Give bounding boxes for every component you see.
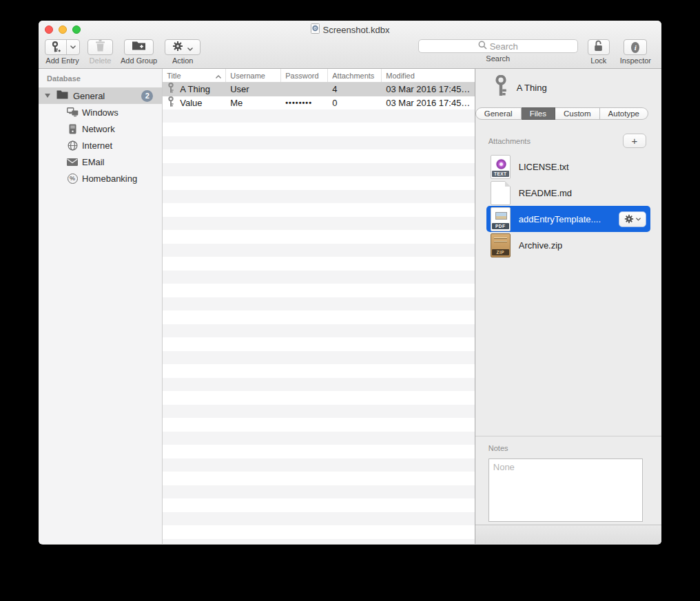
add-attachment-button[interactable]: + xyxy=(623,134,646,148)
cell-attachments: 4 xyxy=(328,84,382,94)
cell-modified: 03 Mar 2016 17:45… xyxy=(382,84,475,94)
toolbar: Add Entry Delete Add Group Action xyxy=(39,38,661,69)
document-proxy-icon[interactable] xyxy=(311,23,320,36)
sidebar-item-label: Network xyxy=(82,124,115,134)
folder-icon xyxy=(56,90,68,101)
add-group-label: Add Group xyxy=(121,56,157,65)
attachment-name: addEntryTemplate.... xyxy=(519,214,601,224)
table-header: Title Username Password Attachments Modi… xyxy=(163,69,475,83)
macpass-window: Screenshot.kdbx Add Entry Delete xyxy=(39,21,661,545)
entry-table: Title Username Password Attachments Modi… xyxy=(163,69,475,544)
search-placeholder: Search xyxy=(490,41,518,52)
cell-modified: 03 Mar 2016 17:45… xyxy=(382,98,475,108)
attachment-action-button[interactable] xyxy=(619,211,646,227)
cell-username: User xyxy=(226,84,281,94)
tab-general[interactable]: General xyxy=(475,107,522,120)
cell-username: Me xyxy=(226,98,281,108)
add-entry-toolbar-item: Add Entry xyxy=(45,39,80,65)
attachments-list: TEXT LICENSE.txt README.md PDF addEntryT… xyxy=(486,154,650,258)
action-button[interactable] xyxy=(165,39,200,55)
sidebar-item-label: EMail xyxy=(82,157,105,167)
cell-password: •••••••• xyxy=(281,98,328,107)
table-row[interactable]: Value Me •••••••• 0 03 Mar 2016 17:45… xyxy=(163,96,475,110)
attachment-name: LICENSE.txt xyxy=(519,162,569,172)
search-label: Search xyxy=(486,54,510,63)
attachment-row[interactable]: ZIP Archive.zip xyxy=(486,232,650,258)
inspector-panel: A Thing General Files Custom Autotype At… xyxy=(475,69,661,544)
folder-plus-icon xyxy=(132,41,146,54)
window-title: Screenshot.kdbx xyxy=(323,25,390,35)
add-entry-label: Add Entry xyxy=(45,56,79,65)
column-header-attachments[interactable]: Attachments xyxy=(328,69,382,82)
network-icon xyxy=(66,124,79,134)
pdf-file-icon: PDF xyxy=(491,207,511,231)
column-header-title[interactable]: Title xyxy=(163,69,226,82)
gear-icon xyxy=(172,41,183,54)
search-input[interactable]: Search xyxy=(418,39,578,53)
entry-title: A Thing xyxy=(517,83,547,93)
window-chrome: Screenshot.kdbx Add Entry Delete xyxy=(39,21,661,69)
attachment-row[interactable]: README.md xyxy=(486,180,650,206)
info-icon: i xyxy=(631,42,639,53)
sidebar: Database General 2 Windows Network Inter… xyxy=(39,69,163,544)
sidebar-item-homebanking[interactable]: % Homebanking xyxy=(39,170,162,187)
column-header-password[interactable]: Password xyxy=(281,69,328,82)
key-icon xyxy=(493,75,508,100)
sidebar-item-email[interactable]: EMail xyxy=(39,154,162,170)
disclosure-triangle-icon[interactable] xyxy=(45,94,50,98)
notes-section: Notes xyxy=(475,436,661,525)
sidebar-item-label: Homebanking xyxy=(82,173,137,184)
internet-icon xyxy=(66,140,79,151)
sidebar-item-label: Internet xyxy=(82,140,112,151)
inspector-footer xyxy=(475,525,661,544)
sort-ascending-icon xyxy=(216,72,221,80)
unlocked-padlock-icon xyxy=(594,40,603,54)
inspector-tabs: General Files Custom Autotype xyxy=(475,107,648,120)
attachments-label: Attachments xyxy=(488,137,531,145)
attachment-name: Archive.zip xyxy=(519,240,563,251)
cell-attachments: 0 xyxy=(328,98,382,108)
tab-files[interactable]: Files xyxy=(522,107,555,120)
sidebar-group-general[interactable]: General 2 xyxy=(39,87,162,104)
add-group-toolbar-item: Add Group xyxy=(121,39,157,65)
sidebar-item-network[interactable]: Network xyxy=(39,120,162,137)
column-header-username[interactable]: Username xyxy=(226,69,281,82)
attachment-row-selected[interactable]: PDF addEntryTemplate.... xyxy=(486,206,650,232)
lock-button[interactable] xyxy=(588,39,610,55)
sidebar-section-header: Database xyxy=(39,74,162,87)
inspector-label: Inspector xyxy=(620,56,651,65)
attachment-row[interactable]: TEXT LICENSE.txt xyxy=(486,154,650,180)
action-label: Action xyxy=(172,56,194,65)
md-file-icon xyxy=(491,181,511,205)
search-toolbar-item: Search Search xyxy=(418,39,578,63)
column-header-modified[interactable]: Modified xyxy=(382,69,475,82)
cell-title: Value xyxy=(180,98,202,108)
chevron-down-icon xyxy=(187,41,193,54)
action-toolbar-item: Action xyxy=(165,39,200,65)
sidebar-item-windows[interactable]: Windows xyxy=(39,104,162,120)
add-entry-dropdown-arrow[interactable] xyxy=(66,40,79,54)
sidebar-item-internet[interactable]: Internet xyxy=(39,137,162,154)
table-empty-area[interactable] xyxy=(163,109,475,544)
add-entry-button[interactable] xyxy=(45,39,80,55)
attachment-name: README.md xyxy=(519,188,572,198)
trash-icon xyxy=(95,40,105,54)
delete-toolbar-item: Delete xyxy=(88,39,113,65)
search-icon xyxy=(478,40,487,52)
notes-input[interactable] xyxy=(488,458,643,522)
table-row[interactable]: A Thing User 4 03 Mar 2016 17:45… xyxy=(163,83,475,96)
txt-file-icon: TEXT xyxy=(491,155,511,179)
notes-label: Notes xyxy=(488,444,661,452)
delete-button[interactable] xyxy=(88,39,113,55)
key-icon xyxy=(167,96,174,109)
add-group-button[interactable] xyxy=(124,39,154,55)
zip-file-icon: ZIP xyxy=(491,233,511,257)
windows-icon xyxy=(66,107,79,117)
tab-custom[interactable]: Custom xyxy=(555,107,600,120)
titlebar[interactable]: Screenshot.kdbx xyxy=(39,21,661,38)
inspector-toolbar-item: i Inspector xyxy=(620,39,651,65)
inspector-button[interactable]: i xyxy=(624,39,647,55)
tab-autotype[interactable]: Autotype xyxy=(600,107,648,120)
email-icon xyxy=(66,158,79,166)
delete-label: Delete xyxy=(90,56,112,65)
